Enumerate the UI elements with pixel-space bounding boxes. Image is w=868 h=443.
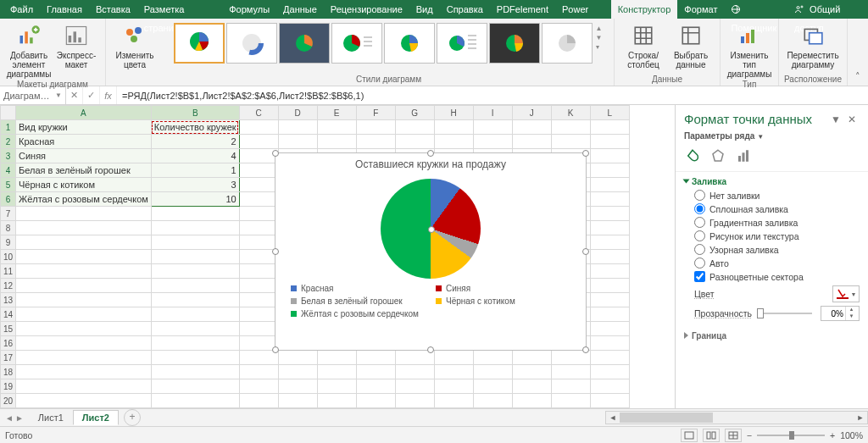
cell[interactable] xyxy=(239,135,278,149)
row-header[interactable]: 20 xyxy=(1,394,16,408)
cell[interactable] xyxy=(151,235,239,250)
cell[interactable] xyxy=(590,365,629,379)
col-header-K[interactable]: K xyxy=(551,106,590,120)
row-header[interactable]: 17 xyxy=(1,351,16,365)
cell[interactable] xyxy=(434,365,473,379)
col-header-J[interactable]: J xyxy=(512,106,551,120)
fill-option-auto[interactable]: Авто xyxy=(694,257,860,269)
cell[interactable] xyxy=(434,379,473,394)
move-chart-button[interactable]: Переместить диаграмму xyxy=(789,20,837,69)
cell[interactable] xyxy=(16,207,152,221)
cell[interactable] xyxy=(239,235,278,250)
transparency-value[interactable] xyxy=(821,307,845,320)
cell[interactable] xyxy=(356,120,395,135)
cell[interactable]: Количество кружек xyxy=(151,120,239,135)
tab-home[interactable]: Главная xyxy=(40,0,89,19)
spin-up[interactable]: ▲ xyxy=(846,307,857,313)
pane-menu-button[interactable]: ▼ xyxy=(827,114,844,125)
cell[interactable]: 1 xyxy=(151,163,239,178)
cell[interactable] xyxy=(356,394,395,408)
cell[interactable] xyxy=(395,394,434,408)
col-header-A[interactable]: A xyxy=(16,106,152,120)
cell[interactable] xyxy=(434,135,473,149)
col-header-C[interactable]: C xyxy=(239,106,278,120)
row-header[interactable]: 8 xyxy=(1,221,16,235)
cell[interactable] xyxy=(551,379,590,394)
quick-layout-button[interactable]: Экспресс-макет xyxy=(53,20,100,69)
tab-pdfelement[interactable]: PDFelement xyxy=(490,0,555,19)
cell[interactable] xyxy=(278,379,317,394)
switch-row-column-button[interactable]: Строка/столбец xyxy=(620,20,667,69)
chart-style-2[interactable] xyxy=(226,23,277,64)
legend-item[interactable]: Чёрная с котиком xyxy=(436,296,570,306)
chart-title[interactable]: Оставшиеся кружки на продажу xyxy=(275,158,586,170)
cell[interactable] xyxy=(395,120,434,135)
cell[interactable] xyxy=(278,351,317,365)
change-chart-type-button[interactable]: Изменить тип диаграммы xyxy=(726,20,773,79)
insert-function-button[interactable]: fx xyxy=(100,86,117,104)
share-button[interactable]: Общий доступ xyxy=(787,0,865,19)
cell[interactable] xyxy=(16,307,152,322)
chart-style-4[interactable] xyxy=(331,23,382,64)
cell[interactable] xyxy=(434,351,473,365)
row-header[interactable]: 15 xyxy=(1,322,16,336)
select-data-button[interactable]: Выбрать данные xyxy=(667,20,715,69)
tab-help[interactable]: Справка xyxy=(440,0,490,19)
row-header[interactable]: 4 xyxy=(1,163,16,178)
cell[interactable] xyxy=(16,322,152,336)
legend-item[interactable]: Белая в зелёный горошек xyxy=(291,296,426,306)
cell[interactable] xyxy=(239,365,278,379)
col-header-L[interactable]: L xyxy=(590,106,629,120)
cell[interactable] xyxy=(239,192,278,207)
fill-color-picker[interactable]: ▼ xyxy=(832,285,860,302)
chart-style-3[interactable] xyxy=(279,23,330,64)
cell[interactable] xyxy=(590,221,629,235)
cell[interactable] xyxy=(434,120,473,135)
cell[interactable] xyxy=(473,135,512,149)
fill-line-tab[interactable] xyxy=(684,147,701,164)
row-header[interactable]: 13 xyxy=(1,293,16,307)
cell[interactable] xyxy=(590,307,629,322)
normal-view-button[interactable] xyxy=(681,429,698,442)
cell[interactable] xyxy=(395,365,434,379)
cell[interactable] xyxy=(512,379,551,394)
row-header[interactable]: 11 xyxy=(1,264,16,279)
cell[interactable]: Белая в зелёный горошек xyxy=(16,163,152,178)
cell[interactable]: Синяя xyxy=(16,149,152,163)
cell[interactable] xyxy=(551,394,590,408)
series-options-tab[interactable] xyxy=(735,147,752,164)
resize-handle[interactable] xyxy=(582,248,589,255)
cell[interactable] xyxy=(239,221,278,235)
pane-close-button[interactable]: ✕ xyxy=(844,114,860,125)
cell[interactable] xyxy=(151,365,239,379)
cell[interactable] xyxy=(16,365,152,379)
zoom-slider[interactable] xyxy=(757,435,825,436)
cell[interactable] xyxy=(317,135,356,149)
effects-tab[interactable] xyxy=(709,147,726,164)
cell[interactable] xyxy=(239,279,278,293)
cell[interactable] xyxy=(151,279,239,293)
cell[interactable] xyxy=(151,250,239,264)
cell[interactable] xyxy=(278,135,317,149)
col-header-B[interactable]: B xyxy=(151,106,239,120)
chart-legend[interactable]: Красная Синяя Белая в зелёный горошек Чё… xyxy=(275,284,586,318)
chart-style-8[interactable] xyxy=(542,23,593,64)
col-header-E[interactable]: E xyxy=(317,106,356,120)
cell[interactable] xyxy=(512,120,551,135)
zoom-in-button[interactable]: + xyxy=(830,430,835,440)
transparency-slider[interactable] xyxy=(760,313,812,314)
tell-me-button[interactable]: Помощник xyxy=(724,0,787,19)
tab-chart-design[interactable]: Конструктор xyxy=(611,0,678,19)
cell[interactable] xyxy=(239,120,278,135)
row-header[interactable]: 16 xyxy=(1,336,16,351)
cell[interactable] xyxy=(473,379,512,394)
resize-handle[interactable] xyxy=(582,346,589,353)
cell[interactable] xyxy=(278,365,317,379)
cell[interactable] xyxy=(512,365,551,379)
cell[interactable] xyxy=(239,307,278,322)
row-header[interactable]: 3 xyxy=(1,149,16,163)
cell[interactable] xyxy=(512,351,551,365)
scroll-right-button[interactable]: ► xyxy=(854,413,867,422)
cell[interactable] xyxy=(590,235,629,250)
fill-option-picture[interactable]: Рисунок или текстура xyxy=(694,230,860,241)
